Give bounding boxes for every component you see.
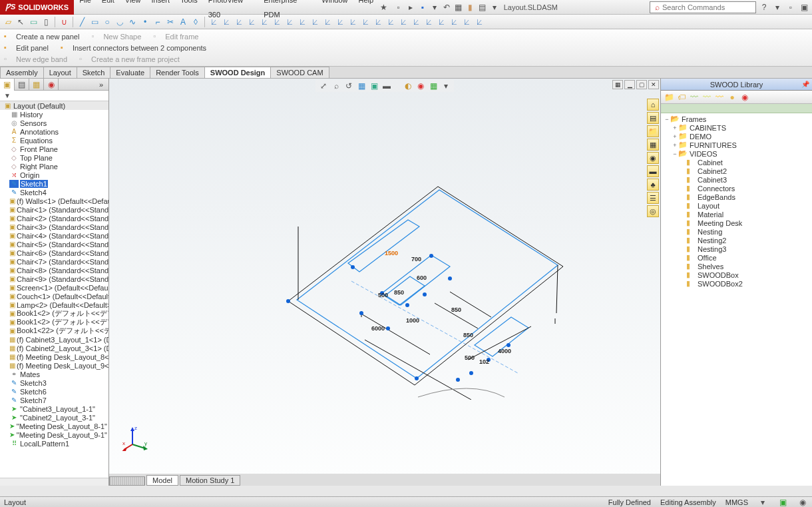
status-dropdown-icon[interactable]: ▾ [757,497,768,508]
sketch-tool-9-icon[interactable]: ⟀ [322,17,333,27]
tree-item-35[interactable]: ➤"Cabinet2_Layout_3-1" [0,413,108,422]
tree-item-12[interactable]: ▣Chair<2> (Standard<<Standard>_D… [0,214,108,223]
view-orient-icon[interactable]: ▦ [612,80,623,89]
lib-item-demo[interactable]: +📁DEMO [661,132,812,141]
lib-item-nesting3[interactable]: ▮Nesting3 [661,245,812,253]
sketch-tool-0-icon[interactable]: ⟀ [208,17,219,27]
plane-icon[interactable]: ◊ [190,17,201,27]
select-tool-icon[interactable]: ↖ [15,17,26,27]
tree-item-29[interactable]: ▦(f) Meeting Desk_Layout_9<1> (De… [0,361,108,370]
sketch-tool-12-icon[interactable]: ⟀ [360,17,371,27]
tree-item-7[interactable]: ⤭Origin [0,171,108,179]
star-icon[interactable]: ★ [379,2,389,13]
custom-props-icon[interactable]: ▬ [647,165,659,177]
point-icon[interactable]: • [140,17,150,27]
sketch-tool-11-icon[interactable]: ⟀ [347,17,358,27]
tree-item-17[interactable]: ▣Chair<7> (Standard<<Standard>_D… [0,257,108,266]
sketch-tool-18-icon[interactable]: ⟀ [436,17,447,27]
dim-700[interactable]: 700 [411,256,421,262]
flyout-arrow[interactable]: » [94,79,108,91]
display-tab[interactable]: ◉ [44,79,59,91]
section-icon[interactable]: ▦ [356,81,367,91]
tree-item-1[interactable]: ◎Sensors [0,119,108,127]
dim-500b[interactable]: 500 [465,354,475,361]
lasso-icon[interactable]: ▭ [28,17,39,27]
tree-item-21[interactable]: ▣Couch<1> (Default<<Default>_Dis… [0,292,108,300]
lib-tag-icon[interactable]: 🏷 [676,92,687,103]
lib-globe-icon[interactable]: ◉ [739,92,750,103]
dim-6000[interactable]: 6000 [371,325,385,332]
lib-item-swoodbox2[interactable]: ▮SWOODBox2 [661,279,812,288]
tab-render-tools[interactable]: Render Tools [150,67,205,78]
feature-tree[interactable]: ▣Layout (Default)▦History◎SensorsAAnnota… [0,101,108,478]
sketch-tool-4-icon[interactable]: ⟀ [259,17,270,27]
lib-root-frames[interactable]: −📂Frames [661,115,812,123]
status-rebuild-icon[interactable]: ▣ [777,497,788,508]
zoom-fit-icon[interactable]: ⤢ [318,81,329,91]
sketch-tool-3-icon[interactable]: ⟀ [246,17,257,27]
rebuild-icon[interactable]: ▤ [477,2,488,13]
sketch-tool-19-icon[interactable]: ⟀ [449,17,459,27]
lib-item-furnitures[interactable]: +📁FURNITURES [661,141,812,149]
swres-icon[interactable]: ⌂ [647,99,659,111]
tree-item-26[interactable]: ▦(f) Cabinet3_Layout_1<1> (Default… [0,335,108,344]
tree-item-13[interactable]: ▣Chair<3> (Standard<<Standard>_D… [0,223,108,231]
lib-worm2-icon[interactable]: 〰 [702,92,712,103]
lib-item-material[interactable]: ▮Material [661,210,812,219]
config-tab[interactable]: ▦ [29,79,44,91]
scene-icon[interactable]: ▦ [428,81,439,91]
hide-show-icon[interactable]: ◐ [403,81,413,91]
property-tab[interactable]: ▤ [15,79,29,91]
tree-item-27[interactable]: ▦(f) Cabinet2_Layout_3<1> (Default… [0,344,108,352]
sketch-tool-2-icon[interactable]: ⟀ [234,17,244,27]
minimize-icon[interactable]: ▾ [772,2,783,13]
lib-dot-icon[interactable]: ● [727,92,737,103]
lib-item-edgebands[interactable]: ▮EdgeBands [661,193,812,201]
lib-item-layout[interactable]: ▮Layout [661,201,812,210]
lib-worm3-icon[interactable]: 〰 [714,92,725,103]
win-close-icon[interactable]: ✕ [648,80,659,89]
tree-item-33[interactable]: ✎Sketch7 [0,396,108,404]
close-icon[interactable]: ▣ [799,2,809,13]
undo-icon[interactable]: ↶ [441,2,452,13]
dim-1000[interactable]: 1000 [406,317,419,324]
sketch-tool-7-icon[interactable]: ⟀ [297,17,307,27]
tree-item-38[interactable]: ⠿LocalLPattern1 [0,439,108,448]
cmd-insert-connectors-between-2-components[interactable]: ▪Insert connectors between 2 components [61,43,206,53]
lib-item-swoodbox[interactable]: ▮SWOODBox [661,270,812,279]
select-icon[interactable]: ▮ [465,2,476,13]
new-doc-icon[interactable]: ▫ [393,2,404,13]
tree-item-15[interactable]: ▣Chair<5> (Standard<<Standard>_D… [0,240,108,249]
lib-item-cabinet[interactable]: ▮Cabinet [661,158,812,167]
tab-model[interactable]: Model [146,475,178,486]
view-orient-hud-icon[interactable]: ▣ [369,81,379,91]
lib-item-connectors[interactable]: ▮Connectors [661,184,812,193]
dim-600[interactable]: 600 [417,274,427,281]
forum-icon[interactable]: ☰ [647,192,659,204]
tree-item-4[interactable]: ◇Front Plane [0,145,108,153]
lib-worm1-icon[interactable]: 〰 [689,92,700,103]
tab-motion-study[interactable]: Motion Study 1 [180,475,240,486]
circle-icon[interactable]: ○ [102,17,112,27]
print-icon[interactable]: ▾ [429,2,440,13]
tree-item-32[interactable]: ✎Sketch6 [0,387,108,396]
lib-item-meeting-desk[interactable]: ▮Meeting Desk [661,219,812,227]
tree-item-37[interactable]: ➤"Meeting Desk_Layout_9-1" [0,430,108,439]
tree-item-9[interactable]: ✎Sketch4 [0,188,108,197]
tree-item-16[interactable]: ▣Chair<6> (Standard<<Standard>_D… [0,249,108,257]
cursor-icon[interactable]: ▱ [3,17,13,27]
sketch-tool-16-icon[interactable]: ⟀ [411,17,421,27]
sketch-tool-8-icon[interactable]: ⟀ [309,17,320,27]
tree-item-36[interactable]: ➤"Meeting Desk_Layout_8-1" [0,422,108,430]
lib-item-cabinet2[interactable]: ▮Cabinet2 [661,167,812,175]
expand-icon[interactable]: + [672,142,678,149]
lib-item-cabinet3[interactable]: ▮Cabinet3 [661,175,812,184]
view-palette-icon[interactable]: ▦ [647,139,659,151]
tab-layout[interactable]: Layout [43,67,77,78]
restore-icon[interactable]: ▫ [785,2,796,13]
dim-850b[interactable]: 850 [451,306,461,313]
appearances-icon[interactable]: ◉ [647,152,659,164]
text-icon[interactable]: A [178,17,188,27]
tab-evaluate[interactable]: Evaluate [110,67,150,78]
library-tree[interactable]: −📂Frames +📁CABINETS+📁DEMO+📁FURNITURES−📂V… [661,113,812,486]
